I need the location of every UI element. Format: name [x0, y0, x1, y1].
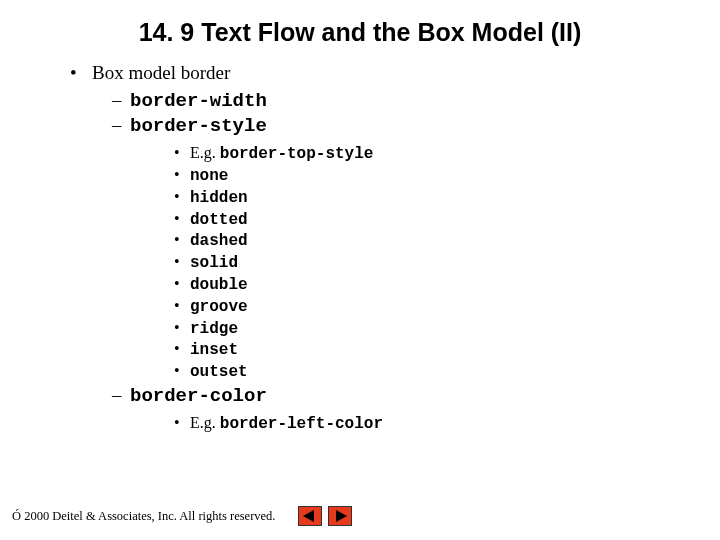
code-text: inset [190, 341, 238, 359]
bullet-level2: border-width [112, 88, 692, 114]
code-text: border-color [130, 385, 267, 407]
bullet-level2: border-style E.g. border-top-style none … [112, 113, 692, 383]
bullet-level3: inset [174, 339, 692, 361]
bullet-level3: dashed [174, 230, 692, 252]
slide-title: 14. 9 Text Flow and the Box Model (II) [28, 18, 692, 47]
prev-button[interactable] [298, 506, 322, 526]
bullet-level3: ridge [174, 318, 692, 340]
bullet-level3: hidden [174, 187, 692, 209]
eg-prefix: E.g. [190, 414, 220, 431]
eg-prefix: E.g. [190, 144, 220, 161]
code-text: groove [190, 298, 248, 316]
code-text: dotted [190, 211, 248, 229]
bullet-level3: groove [174, 296, 692, 318]
code-text: solid [190, 254, 238, 272]
bullet-level2: border-color E.g. border-left-color [112, 383, 692, 435]
code-text: outset [190, 363, 248, 381]
code-text: ridge [190, 320, 238, 338]
bullet-level1: Box model border border-width border-sty… [70, 61, 692, 435]
bullet-level3: dotted [174, 209, 692, 231]
code-text: border-width [130, 90, 267, 112]
code-text: border-left-color [220, 415, 383, 433]
bullet-level3: double [174, 274, 692, 296]
bullet-text: Box model border [92, 62, 230, 83]
bullet-level3: outset [174, 361, 692, 383]
bullet-level3: E.g. border-left-color [174, 413, 692, 435]
code-text: hidden [190, 189, 248, 207]
copyright-footer: Ó 2000 Deitel & Associates, Inc. All rig… [12, 509, 276, 524]
bullet-level3: E.g. border-top-style [174, 143, 692, 165]
nav-controls [298, 506, 354, 530]
next-button[interactable] [328, 506, 352, 526]
code-text: border-top-style [220, 145, 374, 163]
bullet-level3: none [174, 165, 692, 187]
code-text: dashed [190, 232, 248, 250]
bullet-level3: solid [174, 252, 692, 274]
code-text: double [190, 276, 248, 294]
code-text: border-style [130, 115, 267, 137]
code-text: none [190, 167, 228, 185]
